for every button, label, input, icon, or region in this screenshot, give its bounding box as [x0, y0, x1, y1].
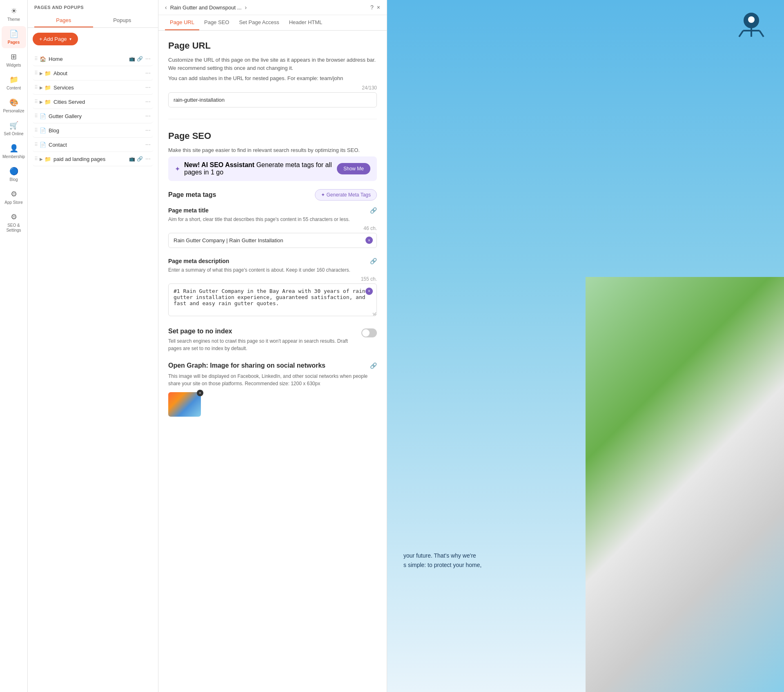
meta-desc-field: Page meta description 🔗 Enter a summary …: [168, 258, 377, 318]
page-name: About: [53, 70, 145, 76]
sidebar-item-seo-settings[interactable]: ⚙ SEO & Settings: [2, 209, 26, 236]
more-button[interactable]: ···: [145, 69, 151, 77]
sidebar-item-personalize[interactable]: 🎨 Personalize: [2, 95, 26, 117]
more-button[interactable]: ···: [145, 98, 151, 105]
meta-title-input-wrap: ×: [168, 233, 377, 248]
page-name: Gutter Gallery: [49, 113, 145, 119]
sidebar-item-membership[interactable]: 👤 Membership: [2, 141, 26, 163]
meta-tags-title: Page meta tags: [168, 191, 216, 199]
more-button[interactable]: ···: [145, 112, 151, 120]
tab-page-url[interactable]: Page URL: [165, 15, 199, 30]
no-index-toggle[interactable]: [361, 328, 377, 337]
folder-icon: 📁: [45, 85, 51, 91]
tab-pages[interactable]: Pages: [34, 14, 93, 27]
og-image-preview: [168, 392, 201, 417]
sidebar-item-app-store[interactable]: ⚙ App Store: [2, 186, 26, 208]
url-input-wrap: [168, 92, 377, 107]
meta-title-field: Page meta title 🔗 Aim for a short, clear…: [168, 207, 377, 248]
list-item[interactable]: ⠿ 📄 Contact ···: [33, 138, 153, 152]
page-icon: 📄: [40, 142, 46, 148]
link-icon[interactable]: 🔗: [137, 56, 143, 62]
tab-header-html[interactable]: Header HTML: [284, 15, 327, 30]
add-page-button[interactable]: + Add Page ▾: [33, 33, 78, 45]
sidebar-item-sell-online[interactable]: 🛒 Sell Online: [2, 118, 26, 140]
tab-popups[interactable]: Popups: [93, 14, 152, 27]
link-icon[interactable]: 🔗: [137, 156, 143, 162]
content-icon: 📁: [9, 75, 18, 84]
meta-desc-textarea[interactable]: #1 Rain Gutter Company in the Bay Area w…: [168, 283, 377, 316]
drag-handle-icon: ⠿: [34, 70, 38, 76]
og-link-icon: 🔗: [370, 362, 377, 369]
sidebar-item-blog[interactable]: 🔵 Blog: [2, 163, 26, 185]
chevron-right-icon: ▶: [40, 71, 43, 76]
page-actions: 📺 🔗 ···: [129, 55, 151, 63]
more-button[interactable]: ···: [145, 127, 151, 134]
app-store-label: App Store: [4, 200, 22, 205]
show-me-button[interactable]: Show Me: [337, 163, 370, 174]
og-desc: This image will be displayed on Facebook…: [168, 373, 377, 387]
meta-desc-char-count: 155 ch.: [168, 276, 377, 282]
meta-desc-clear-button[interactable]: ×: [365, 288, 373, 295]
generate-meta-tags-button[interactable]: ✦ Generate Meta Tags: [315, 189, 377, 201]
og-image-wrap: ×: [168, 392, 201, 417]
og-image-remove-button[interactable]: ×: [197, 390, 203, 396]
more-button[interactable]: ···: [145, 84, 151, 91]
ai-banner-text: New! AI SEO Assistant Generate meta tags…: [184, 161, 333, 176]
sidebar-item-widgets[interactable]: ⊞ Widgets: [2, 49, 26, 71]
tab-set-page-access[interactable]: Set Page Access: [234, 15, 284, 30]
drag-handle-icon: ⠿: [34, 156, 38, 162]
theme-label: Theme: [7, 17, 20, 22]
link-icon: 🔗: [370, 258, 377, 264]
list-item[interactable]: ⠿ ▶ 📁 paid ad landing pages 📺 🔗 ···: [33, 152, 153, 166]
seo-close-button[interactable]: ×: [377, 4, 380, 11]
seo-nav-next-button[interactable]: ›: [245, 4, 247, 11]
more-button[interactable]: ···: [145, 55, 151, 63]
list-item[interactable]: ⠿ ▶ 📁 Cities Served ···: [33, 95, 153, 109]
sidebar-item-theme[interactable]: ☀ Theme: [2, 3, 26, 25]
drag-handle-icon: ⠿: [34, 56, 38, 62]
tab-page-seo[interactable]: Page SEO: [199, 15, 234, 30]
theme-icon: ☀: [11, 7, 17, 16]
personalize-icon: 🎨: [9, 98, 18, 107]
list-item[interactable]: ⠿ ▶ 📁 Services ···: [33, 80, 153, 95]
list-item[interactable]: ⠿ ▶ 📁 About ···: [33, 66, 153, 80]
seo-page-title: Rain Gutter and Downspout ...: [170, 4, 242, 11]
tv-icon[interactable]: 📺: [129, 56, 135, 62]
page-url-title: Page URL: [168, 40, 377, 51]
more-button[interactable]: ···: [145, 141, 151, 148]
svg-point-1: [748, 16, 755, 23]
meta-title-label: Page meta title 🔗: [168, 207, 377, 214]
seo-panel-header: ‹ Rain Gutter and Downspout ... › ? ×: [158, 0, 387, 15]
pages-panel-body: + Add Page ▾ ⠿ 🏠 Home 📺 🔗 ··· ⠿ ▶ 📁 Abou…: [28, 28, 158, 692]
page-name: Contact: [49, 142, 145, 148]
resize-handle[interactable]: ⤡: [372, 311, 376, 317]
no-index-desc: Tell search engines not to crawl this pa…: [168, 337, 353, 352]
preview-logo: [735, 8, 768, 45]
page-url-desc1: Customize the URL of this page on the li…: [168, 56, 377, 72]
sidebar-item-content[interactable]: 📁 Content: [2, 72, 26, 94]
pages-icon: 📄: [9, 29, 18, 38]
meta-title-input[interactable]: [168, 233, 377, 248]
svg-line-5: [760, 31, 764, 37]
house-image-placeholder: [586, 277, 784, 692]
seo-navigation: ‹ Rain Gutter and Downspout ... ›: [165, 4, 247, 11]
home-icon: 🏠: [40, 56, 46, 62]
sidebar-item-pages[interactable]: 📄 Pages: [2, 26, 26, 48]
more-button[interactable]: ···: [145, 155, 151, 163]
list-item[interactable]: ⠿ 📄 Gutter Gallery ···: [33, 109, 153, 123]
url-input[interactable]: [168, 92, 377, 107]
list-item[interactable]: ⠿ 🏠 Home 📺 🔗 ···: [33, 52, 153, 66]
og-image: [168, 392, 201, 417]
ai-seo-banner: ✦ New! AI SEO Assistant Generate meta ta…: [168, 156, 377, 181]
pages-panel-header: PAGES AND POPUPS Pages Popups: [28, 0, 158, 28]
meta-title-char-count: 46 ch.: [168, 225, 377, 231]
seo-settings-icon: ⚙: [11, 212, 17, 221]
meta-title-clear-button[interactable]: ×: [365, 237, 373, 244]
sell-online-icon: 🛒: [9, 121, 18, 130]
seo-header-actions: ? ×: [370, 4, 380, 11]
tv-icon[interactable]: 📺: [129, 156, 135, 162]
seo-settings-label: SEO & Settings: [3, 223, 24, 233]
seo-help-button[interactable]: ?: [370, 4, 374, 11]
list-item[interactable]: ⠿ 📄 Blog ···: [33, 123, 153, 138]
seo-nav-prev-button[interactable]: ‹: [165, 4, 167, 11]
